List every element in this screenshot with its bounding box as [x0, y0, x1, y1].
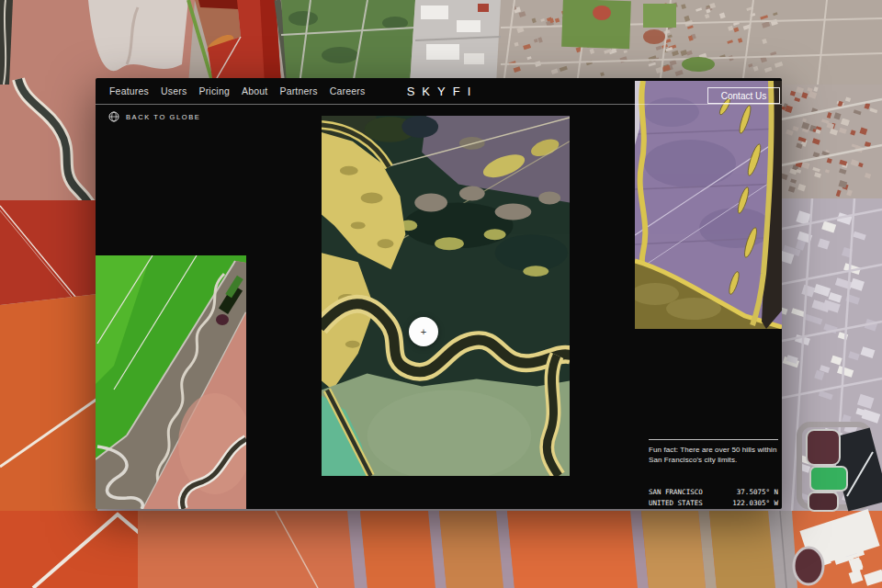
- location-info-panel: Fun fact: There are over 50 hills within…: [649, 439, 778, 509]
- map-tile-wetlands[interactable]: [322, 116, 570, 476]
- back-to-globe-label: BACK TO GLOBE: [126, 113, 200, 121]
- latitude-value: 37.5075° N: [737, 487, 778, 498]
- nav-item-careers[interactable]: Careers: [330, 85, 366, 96]
- back-to-globe-link[interactable]: BACK TO GLOBE: [108, 111, 200, 122]
- fun-fact-text: Fun fact: There are over 50 hills within…: [649, 446, 778, 465]
- location-row: SAN FRANCISCO 37.5075° N: [649, 487, 778, 498]
- top-nav: Features Users Pricing About Partners Ca…: [96, 78, 782, 104]
- nav-item-features[interactable]: Features: [109, 85, 149, 96]
- nav-divider: [96, 104, 782, 105]
- skyfi-app-window: Features Users Pricing About Partners Ca…: [96, 78, 782, 509]
- place-name: SAN FRANCISCO: [649, 487, 703, 498]
- country-name: UNITED STATES: [649, 498, 703, 509]
- crosshair-icon: +: [421, 327, 426, 337]
- map-tile-purple-pond[interactable]: [635, 81, 782, 329]
- longitude-value: 122.0305° W: [732, 498, 778, 509]
- nav-item-pricing[interactable]: Pricing: [198, 85, 230, 96]
- nav-item-partners[interactable]: Partners: [279, 85, 317, 96]
- globe-icon: [108, 111, 119, 122]
- location-row: UNITED STATES 122.0305° W: [649, 498, 778, 509]
- footer-divider: [649, 439, 778, 440]
- map-cursor-crosshair: +: [409, 317, 438, 346]
- map-tile-green-fields[interactable]: [96, 255, 246, 509]
- nav-item-users[interactable]: Users: [161, 85, 187, 96]
- nav-item-about[interactable]: About: [242, 85, 267, 96]
